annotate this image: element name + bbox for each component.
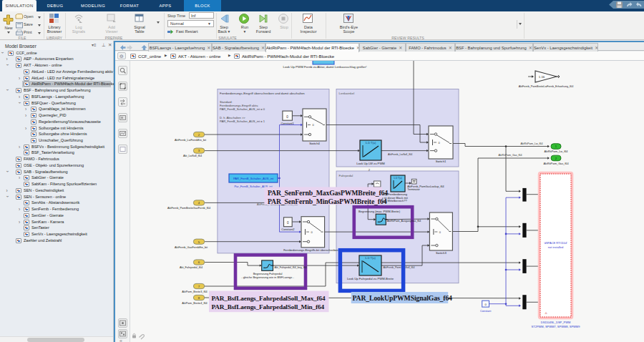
svg-text:Terminator: Terminator [407,188,420,191]
svg-text:Fahrpedal: Fahrpedal [339,174,353,177]
svg-text:AktRtiPwm_Gas_f64: AktRtiPwm_Gas_f64 [498,154,522,157]
svg-text:AktFernb_LwSoll_f64: AktFernb_LwSoll_f64 [388,153,412,156]
svg-text:AktFernb_PwmBreiteLwFernb_Erho: AktFernb_PwmBreiteLwFernb_Erhoehung_f64 [519,85,573,88]
svg-text:Switch1: Switch1 [436,160,447,163]
svg-text:1-D T(u): 1-D T(u) [365,256,376,260]
svg-text:D. h. Abschalten >>: D. h. Abschalten >> [220,116,245,119]
svg-text:Look Up PWM Fernb zu Aktor, da: Look Up PWM Fernb zu Aktor, damit Lenkau… [283,65,367,69]
svg-text:AktFernb_PwmBreiteGasFernb_f64: AktFernb_PwmBreiteGasFernb_f64 [167,207,210,210]
svg-text:Fernbedienungs-Eingriff aktiv,: Fernbedienungs-Eingriff aktiv, [220,104,258,107]
svg-text:PAR_FernB_Schalter_AUS_int: PAR_FernB_Schalter_AUS_int [233,177,274,180]
svg-text:'dSPACE RTI1104': 'dSPACE RTI1104' [544,241,567,245]
svg-text:Constant: Constant [480,310,492,313]
svg-text:1-D T(u): 1-D T(u) [394,177,402,180]
svg-text:PAR_FernB_Schalter_AUS_int = 0: PAR_FernB_Schalter_AUS_int = 0 [220,107,265,111]
svg-text:Look Up LW zu PWM: Look Up LW zu PWM [356,162,385,165]
svg-text:Akt_Fahrpedal_f64_beg_f64: Akt_Fahrpedal_f64_beg_f64 [275,266,307,269]
svg-text:Fernbedienungs-Eingriff übersc: Fernbedienungs-Eingriff überschreiben un… [220,92,305,95]
svg-text:1-D T(u): 1-D T(u) [366,141,376,145]
svg-text:- gleiche Begrenzung wie in BS: - gleiche Begrenzung wie in BSFLaengs - [241,275,294,279]
svg-text:0: 0 [286,115,288,119]
svg-text:AktRtiPwm_Gas_f64: AktRtiPwm_Gas_f64 [543,162,568,165]
svg-text:Lenkwinkel: Lenkwinkel [339,92,355,95]
svg-text:PAR_SenFernb_MaxGasPWMBreite_f: PAR_SenFernb_MaxGasPWMBreite_f64 [268,189,388,197]
svg-text:Fernbedienungs-Eingriffs-bit ü: Fernbedienungs-Eingriffs-bit überschreib… [283,248,338,252]
svg-text:Standard:: Standard: [220,100,233,104]
svg-text:PAR_FernB_Schalter_AUS_int = 1: PAR_FernB_Schalter_AUS_int = 1 [220,119,265,123]
svg-text:AktFernb_LwFernbEin_bit: AktFernb_LwFernbEin_bit [175,139,207,142]
svg-text:Akt_Fahrpedal_f64: Akt_Fahrpedal_f64 [180,266,203,269]
svg-text:Begrenzung (max. PWM-Breite): Begrenzung (max. PWM-Breite) [358,210,401,213]
svg-text:PAR_SenFernb_MinGasPWMBreite_f: PAR_SenFernb_MinGasPWMBreite_f64 [268,197,387,205]
svg-text:AktPwm_Breite4_f64: AktPwm_Breite4_f64 [182,302,207,305]
svg-text:AktPwm_Breite3_f64: AktPwm_Breite3_f64 [182,290,207,293]
svg-text:Constant1: Constant1 [280,122,294,125]
svg-text:DS1104SL_DSP_PWM: DS1104SL_DSP_PWM [541,321,571,324]
svg-text:not installed: not installed [548,245,563,249]
svg-text:Switch4: Switch4 [309,142,320,145]
svg-text:0: 0 [287,221,289,225]
svg-text:AktRtiPwm_Lw_f64: AktRtiPwm_Lw_f64 [545,150,568,153]
svg-text:Constant2: Constant2 [281,228,295,231]
svg-text:1.16: 1.16 [539,75,545,79]
svg-text:AktFernb_PwmGasLookup_f64: AktFernb_PwmGasLookup_f64 [407,185,444,188]
svg-text:Switch3: Switch3 [436,251,447,255]
svg-text:AktFernb_GasFernbEin_bit: AktFernb_GasFernbEin_bit [175,246,208,249]
svg-text:PAR_BsfLaengs_FahrpedalSoll_Mi: PAR_BsfLaengs_FahrpedalSoll_Min_f64 [212,303,325,311]
svg-text:AktRtiPwm_AusgangGas_f64: AktRtiPwm_AusgangGas_f64 [387,220,421,223]
svg-text:PAR_BsfLaengs_FahrpedalSoll_Ma: PAR_BsfLaengs_FahrpedalSoll_Max_f64 [212,295,326,302]
svg-text:AktFernb_PwmGasSoll_f64: AktFernb_PwmGasSoll_f64 [383,266,414,269]
svg-text:⚠: ⚠ [545,311,547,315]
svg-text:AktRtiPwm_Lw_f64: AktRtiPwm_Lw_f64 [520,142,542,145]
svg-text:Akt_LwSoll_f64: Akt_LwSoll_f64 [183,155,202,157]
svg-text:Look Up Fahrpedal zu PWM-Breit: Look Up Fahrpedal zu PWM-Breite [347,277,394,280]
svg-text:PAR_LookUpPWMSignalGas_f64: PAR_LookUpPWMSignalGas_f64 [353,294,453,302]
svg-text:ST2PWM, SPWM7, SPWM8, SPWM9: ST2PWM, SPWM7, SPWM8, SPWM9 [532,325,581,328]
